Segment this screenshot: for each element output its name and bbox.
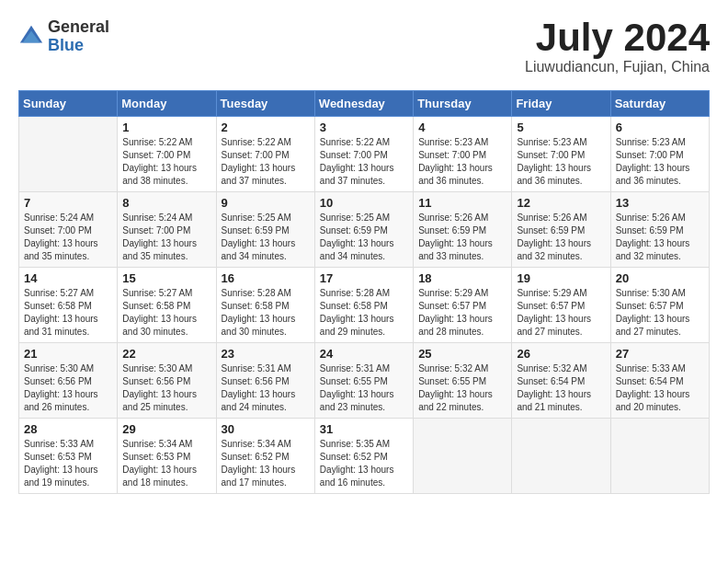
cell-info: Sunrise: 5:27 AM Sunset: 6:58 PM Dayligh… [122, 287, 210, 339]
cell-info: Sunrise: 5:24 AM Sunset: 7:00 PM Dayligh… [24, 212, 112, 263]
cell-info: Sunrise: 5:29 AM Sunset: 6:57 PM Dayligh… [418, 287, 506, 339]
day-number: 2 [222, 121, 310, 134]
day-number: 27 [616, 347, 704, 361]
cell-info: Sunrise: 5:32 AM Sunset: 6:55 PM Dayligh… [418, 362, 506, 414]
calendar-week-row: 7Sunrise: 5:24 AM Sunset: 7:00 PM Daylig… [19, 192, 710, 268]
logo-blue: Blue [48, 37, 109, 55]
cell-info: Sunrise: 5:28 AM Sunset: 6:58 PM Dayligh… [222, 287, 310, 339]
calendar-cell: 19Sunrise: 5:29 AM Sunset: 6:57 PM Dayli… [512, 268, 610, 343]
day-number: 13 [616, 196, 704, 210]
cell-info: Sunrise: 5:31 AM Sunset: 6:56 PM Dayligh… [222, 362, 310, 414]
calendar-cell: 1Sunrise: 5:22 AM Sunset: 7:00 PM Daylig… [118, 117, 216, 192]
day-number: 14 [24, 271, 112, 285]
calendar-cell: 6Sunrise: 5:23 AM Sunset: 7:00 PM Daylig… [610, 117, 709, 192]
day-number: 22 [122, 347, 210, 361]
cell-info: Sunrise: 5:22 AM Sunset: 7:00 PM Dayligh… [122, 136, 210, 188]
calendar-cell: 20Sunrise: 5:30 AM Sunset: 6:57 PM Dayli… [610, 268, 709, 343]
day-number: 23 [222, 347, 310, 361]
logo-icon [18, 24, 44, 50]
day-number: 12 [517, 196, 605, 210]
cell-info: Sunrise: 5:26 AM Sunset: 6:59 PM Dayligh… [616, 212, 704, 263]
calendar-cell: 11Sunrise: 5:26 AM Sunset: 6:59 PM Dayli… [414, 192, 512, 268]
calendar-cell: 25Sunrise: 5:32 AM Sunset: 6:55 PM Dayli… [414, 343, 512, 419]
calendar-cell: 4Sunrise: 5:23 AM Sunset: 7:00 PM Daylig… [414, 117, 512, 192]
weekday-header-thursday: Thursday [414, 91, 512, 117]
calendar-cell: 15Sunrise: 5:27 AM Sunset: 6:58 PM Dayli… [118, 268, 216, 343]
cell-info: Sunrise: 5:32 AM Sunset: 6:54 PM Dayligh… [517, 362, 605, 414]
cell-info: Sunrise: 5:35 AM Sunset: 6:52 PM Dayligh… [320, 438, 408, 489]
calendar-cell: 18Sunrise: 5:29 AM Sunset: 6:57 PM Dayli… [414, 268, 512, 343]
calendar-cell: 14Sunrise: 5:27 AM Sunset: 6:58 PM Dayli… [19, 268, 118, 343]
cell-info: Sunrise: 5:30 AM Sunset: 6:56 PM Dayligh… [122, 362, 210, 414]
cell-info: Sunrise: 5:28 AM Sunset: 6:58 PM Dayligh… [320, 287, 408, 339]
calendar-cell: 13Sunrise: 5:26 AM Sunset: 6:59 PM Dayli… [610, 192, 709, 268]
cell-info: Sunrise: 5:29 AM Sunset: 6:57 PM Dayligh… [517, 287, 605, 339]
calendar-cell: 28Sunrise: 5:33 AM Sunset: 6:53 PM Dayli… [19, 419, 118, 494]
calendar-cell: 3Sunrise: 5:22 AM Sunset: 7:00 PM Daylig… [314, 117, 413, 192]
calendar-cell: 5Sunrise: 5:23 AM Sunset: 7:00 PM Daylig… [512, 117, 610, 192]
cell-info: Sunrise: 5:26 AM Sunset: 6:59 PM Dayligh… [517, 212, 605, 263]
location: Liuwudiancun, Fujian, China [525, 59, 710, 75]
title-section: July 2024 Liuwudiancun, Fujian, China [525, 18, 710, 75]
day-number: 4 [418, 121, 506, 134]
calendar-cell: 21Sunrise: 5:30 AM Sunset: 6:56 PM Dayli… [19, 343, 118, 419]
cell-info: Sunrise: 5:23 AM Sunset: 7:00 PM Dayligh… [418, 136, 506, 188]
cell-info: Sunrise: 5:34 AM Sunset: 6:53 PM Dayligh… [122, 438, 210, 489]
day-number: 26 [517, 347, 605, 361]
logo-text: General Blue [48, 18, 109, 55]
calendar-cell: 31Sunrise: 5:35 AM Sunset: 6:52 PM Dayli… [314, 419, 413, 494]
calendar-cell: 30Sunrise: 5:34 AM Sunset: 6:52 PM Dayli… [216, 419, 314, 494]
logo: General Blue [18, 18, 109, 55]
calendar-cell [414, 419, 512, 494]
day-number: 29 [122, 422, 210, 436]
cell-info: Sunrise: 5:34 AM Sunset: 6:52 PM Dayligh… [222, 438, 310, 489]
cell-info: Sunrise: 5:33 AM Sunset: 6:54 PM Dayligh… [616, 362, 704, 414]
day-number: 18 [418, 271, 506, 285]
cell-info: Sunrise: 5:31 AM Sunset: 6:55 PM Dayligh… [320, 362, 408, 414]
cell-info: Sunrise: 5:30 AM Sunset: 6:57 PM Dayligh… [616, 287, 704, 339]
calendar-cell: 24Sunrise: 5:31 AM Sunset: 6:55 PM Dayli… [314, 343, 413, 419]
cell-info: Sunrise: 5:22 AM Sunset: 7:00 PM Dayligh… [320, 136, 408, 188]
cell-info: Sunrise: 5:22 AM Sunset: 7:00 PM Dayligh… [222, 136, 310, 188]
weekday-header-tuesday: Tuesday [216, 91, 314, 117]
day-number: 20 [616, 271, 704, 285]
logo-general: General [48, 18, 109, 37]
weekday-header-saturday: Saturday [610, 91, 709, 117]
calendar-cell: 23Sunrise: 5:31 AM Sunset: 6:56 PM Dayli… [216, 343, 314, 419]
calendar-cell [512, 419, 610, 494]
calendar-cell: 9Sunrise: 5:25 AM Sunset: 6:59 PM Daylig… [216, 192, 314, 268]
day-number: 24 [320, 347, 408, 361]
calendar-week-row: 14Sunrise: 5:27 AM Sunset: 6:58 PM Dayli… [19, 268, 710, 343]
cell-info: Sunrise: 5:23 AM Sunset: 7:00 PM Dayligh… [616, 136, 704, 188]
calendar-week-row: 21Sunrise: 5:30 AM Sunset: 6:56 PM Dayli… [19, 343, 710, 419]
cell-info: Sunrise: 5:30 AM Sunset: 6:56 PM Dayligh… [24, 362, 112, 414]
day-number: 6 [616, 121, 704, 134]
day-number: 15 [122, 271, 210, 285]
calendar-cell [19, 117, 118, 192]
day-number: 9 [222, 196, 310, 210]
calendar-cell: 26Sunrise: 5:32 AM Sunset: 6:54 PM Dayli… [512, 343, 610, 419]
day-number: 19 [517, 271, 605, 285]
calendar-cell: 8Sunrise: 5:24 AM Sunset: 7:00 PM Daylig… [118, 192, 216, 268]
day-number: 1 [122, 121, 210, 134]
weekday-header-wednesday: Wednesday [314, 91, 413, 117]
day-number: 30 [222, 422, 310, 436]
calendar-cell: 22Sunrise: 5:30 AM Sunset: 6:56 PM Dayli… [118, 343, 216, 419]
calendar-cell: 29Sunrise: 5:34 AM Sunset: 6:53 PM Dayli… [118, 419, 216, 494]
day-number: 5 [517, 121, 605, 134]
day-number: 31 [320, 422, 408, 436]
calendar-cell [610, 419, 709, 494]
day-number: 25 [418, 347, 506, 361]
calendar-week-row: 1Sunrise: 5:22 AM Sunset: 7:00 PM Daylig… [19, 117, 710, 192]
weekday-header-sunday: Sunday [19, 91, 118, 117]
cell-info: Sunrise: 5:26 AM Sunset: 6:59 PM Dayligh… [418, 212, 506, 263]
day-number: 10 [320, 196, 408, 210]
day-number: 17 [320, 271, 408, 285]
day-number: 8 [122, 196, 210, 210]
calendar-cell: 16Sunrise: 5:28 AM Sunset: 6:58 PM Dayli… [216, 268, 314, 343]
day-number: 28 [24, 422, 112, 436]
weekday-header-friday: Friday [512, 91, 610, 117]
weekday-header-monday: Monday [118, 91, 216, 117]
page-header: General Blue July 2024 Liuwudiancun, Fuj… [18, 18, 710, 75]
calendar-header-row: SundayMondayTuesdayWednesdayThursdayFrid… [19, 91, 710, 117]
